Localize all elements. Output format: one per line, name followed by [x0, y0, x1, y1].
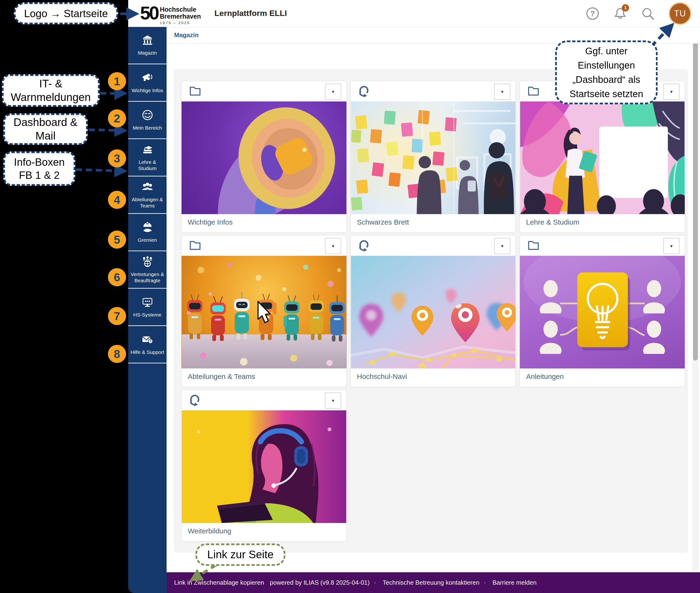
committee-icon	[142, 221, 153, 235]
notifications-bell-icon[interactable]: 1	[613, 7, 627, 21]
card-actions-dropdown[interactable]: ▾	[663, 84, 679, 100]
search-icon[interactable]	[641, 7, 655, 21]
sidebar-item-hilfe-support[interactable]: ? Hilfe & Support	[128, 326, 167, 363]
card-image-megaphone	[182, 102, 346, 214]
number-badge-2: 2	[108, 109, 126, 127]
number-badge-1: 1	[108, 72, 126, 90]
university-logo[interactable]: 50 Hochschule Bremerhaven 1975 – 2025	[140, 2, 201, 25]
annotated-screenshot: 50 Hochschule Bremerhaven 1975 – 2025 Le…	[0, 0, 700, 593]
callout-link-zur-seite: Link zur Seite	[195, 544, 286, 566]
sidebar-item-gremien[interactable]: Gremien	[128, 214, 167, 251]
app-footer: Link in Zwischenablage kopieren powered …	[167, 572, 700, 593]
sidebar-item-abteilungen-teams[interactable]: Abteilungen & Teams	[128, 176, 167, 214]
card-wichtige-infos[interactable]: ▾ Wichtige Infos	[181, 81, 347, 233]
help-icon[interactable]: ?	[586, 7, 599, 21]
link-icon	[189, 394, 201, 407]
card-title: Wichtige Infos	[182, 214, 346, 230]
sidebar-item-mein-bereich[interactable]: Mein Bereich	[128, 102, 167, 139]
card-title: Schwarzes Brett	[351, 214, 516, 230]
card-title: Weiterbildung	[182, 523, 346, 539]
books-icon	[142, 144, 153, 157]
footer-powered-by: powered by ILIAS (v9.8 2025-04-01)	[270, 579, 370, 586]
folder-icon	[527, 85, 540, 98]
callout-dashboard-startseite: Ggf. unter Einstellungen „Dashboard“ als…	[555, 40, 658, 104]
number-badge-6: 6	[108, 268, 126, 286]
page-title: Lernplattform ELLI	[214, 9, 287, 18]
folder-icon	[527, 239, 540, 253]
number-badge-4: 4	[108, 191, 126, 209]
folder-icon	[189, 239, 201, 253]
globe-people-icon	[142, 256, 153, 269]
arrow-info-boxen	[76, 169, 124, 171]
card-actions-dropdown[interactable]: ▾	[663, 238, 679, 254]
sidebar-item-lehre-studium[interactable]: Lehre & Studium	[128, 139, 167, 176]
folder-icon	[189, 85, 201, 98]
sidebar-item-hs-systeme[interactable]: HS-Systeme	[128, 289, 167, 326]
card-image-sticky-notes	[351, 102, 516, 214]
footer-copy-link[interactable]: Link in Zwischenablage kopieren	[174, 579, 264, 586]
sidebar-item-vertretungen[interactable]: Vertretungen & Beauftragte	[128, 251, 167, 289]
card-anleitungen[interactable]: ▾	[520, 235, 685, 387]
logo-line1: Hochschule	[160, 6, 201, 13]
footer-support-link[interactable]: Technische Betreuung kontaktieren	[383, 579, 479, 586]
card-abteilungen-teams[interactable]: ▾	[181, 235, 347, 387]
card-image-map-pins	[351, 256, 516, 368]
card-image-presentation	[520, 102, 685, 214]
card-title: Abteilungen & Teams	[182, 368, 346, 385]
smiley-icon	[142, 109, 153, 122]
card-image-headphones-woman	[182, 410, 346, 523]
number-badge-7: 7	[108, 307, 126, 325]
avatar[interactable]: TU	[669, 2, 692, 25]
logo-line2: Bremerhaven	[160, 13, 201, 20]
card-image-lightbulb	[520, 256, 685, 368]
breadcrumb[interactable]: Magazin	[174, 32, 199, 39]
callout-info-boxen: Info-Boxen FB 1 & 2	[3, 152, 75, 186]
card-actions-dropdown[interactable]: ▾	[325, 84, 341, 100]
card-title: Lehre & Studium	[520, 214, 685, 230]
link-icon	[358, 239, 371, 253]
callout-dashboard-mail: Dashboard & Mail	[3, 113, 88, 145]
card-actions-dropdown[interactable]: ▾	[325, 392, 341, 409]
card-hochschul-navi[interactable]: ▾	[351, 235, 516, 387]
card-title: Anleitungen	[520, 368, 685, 385]
mail-help-icon: ?	[142, 333, 153, 347]
sidebar-item-magazin[interactable]: Magazin	[128, 27, 167, 64]
app-header: 50 Hochschule Bremerhaven 1975 – 2025 Le…	[128, 0, 700, 27]
logo-years: 1975 – 2025	[160, 21, 201, 25]
arrow-dashboard-mail	[88, 130, 124, 130]
notification-badge: 1	[622, 4, 629, 11]
card-title: Hochschul-Navi	[351, 368, 516, 385]
sidebar-item-wichtige-infos[interactable]: Wichtige Infos	[128, 64, 167, 102]
card-actions-dropdown[interactable]: ▾	[325, 238, 341, 254]
callout-logo-startseite: Logo → Startseite	[14, 2, 118, 24]
footer-barrier-link[interactable]: Barriere melden	[492, 579, 537, 586]
people-icon	[142, 181, 153, 194]
svg-text:?: ?	[590, 9, 595, 18]
card-image-robots	[182, 256, 346, 368]
card-actions-dropdown[interactable]: ▾	[494, 238, 510, 254]
callout-it-warnmeldungen: IT- & Warnmeldungen	[2, 74, 100, 107]
link-icon	[358, 85, 371, 98]
number-badge-5: 5	[108, 231, 126, 249]
scrollbar-thumb[interactable]	[693, 30, 698, 361]
logo-50: 50	[140, 2, 158, 24]
card-schwarzes-brett[interactable]: ▾	[351, 81, 516, 233]
sidebar: Magazin Wichtige Infos Mein Bereich Lehr…	[128, 27, 167, 593]
number-badge-8: 8	[108, 345, 126, 363]
monitor-icon	[142, 296, 153, 309]
card-actions-dropdown[interactable]: ▾	[494, 84, 510, 100]
megaphone-icon	[142, 72, 153, 85]
card-weiterbildung[interactable]: ▾ Weiterbildung	[181, 390, 347, 542]
bank-icon	[142, 35, 153, 47]
number-badge-3: 3	[108, 149, 126, 167]
svg-text:?: ?	[149, 340, 151, 344]
